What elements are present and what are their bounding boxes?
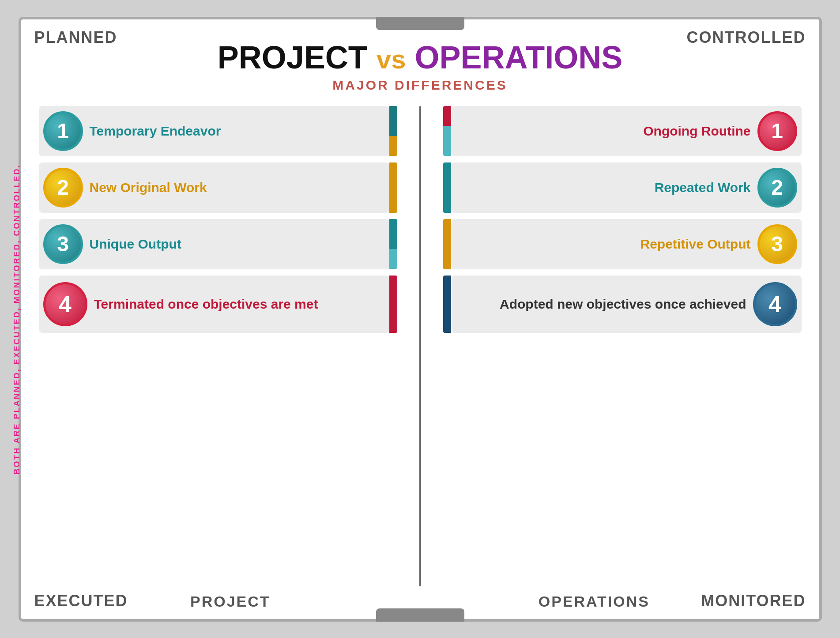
corner-monitored: MONITORED [701,592,806,610]
title-vs: vs [377,45,406,74]
main-title: PROJECT vs OPERATIONS [218,42,623,73]
project-text-1: Temporary Endeavor [90,124,383,139]
main-container: PLANNED CONTROLLED EXECUTED MONITORED BO… [19,17,822,622]
label-operations: OPERATIONS [539,593,650,610]
bottom-tab [376,608,464,622]
ops-circle-1: 1 [757,111,797,151]
corner-controlled: CONTROLLED [687,28,806,47]
corner-planned: PLANNED [34,28,117,47]
project-text-4: Terminated once objectives are met [94,297,383,312]
top-tab [376,17,464,30]
label-project: PROJECT [190,593,271,610]
ops-row-2: Repeated Work 2 [451,162,802,213]
side-text: BOTH ARE PLANNED, EXECUTED, MONITORED, C… [12,164,21,474]
ops-text-2: Repeated Work [458,180,751,195]
ops-text-1: Ongoing Routine [458,124,751,139]
bottom-labels: PROJECT OPERATIONS [39,593,802,610]
ops-text-3: Repetitive Output [458,237,751,252]
project-row-2: 2 New Original Work [39,162,389,213]
ops-circle-3: 3 [757,224,797,264]
project-text-2: New Original Work [90,180,383,195]
project-text-3: Unique Output [90,237,383,252]
project-row-3: 3 Unique Output [39,219,389,269]
project-row-4: 4 Terminated once objectives are met [39,276,389,333]
project-row-1: 1 Temporary Endeavor [39,106,389,156]
ops-circle-4: 4 [753,282,797,326]
project-circle-4: 4 [43,282,87,326]
title-operations: OPERATIONS [415,40,623,75]
content-area: 1 Temporary Endeavor 2 New Original Work… [39,106,802,586]
operations-side: Ongoing Routine 1 Repeated Work 2 Repeti… [425,106,802,586]
project-circle-2: 2 [43,168,83,208]
ops-text-4: Adopted new objectives once achieved [458,297,746,312]
corner-executed: EXECUTED [34,592,128,610]
center-line [419,106,421,586]
center-divider [416,106,425,586]
project-circle-3: 3 [43,224,83,264]
project-circle-1: 1 [43,111,83,151]
subtitle: MAJOR DIFFERENCES [332,78,507,93]
ops-circle-2: 2 [757,168,797,208]
ops-row-1: Ongoing Routine 1 [451,106,802,156]
project-side: 1 Temporary Endeavor 2 New Original Work… [39,106,416,586]
ops-row-4: Adopted new objectives once achieved 4 [451,276,802,333]
ops-row-3: Repetitive Output 3 [451,219,802,269]
title-project: PROJECT [218,40,368,75]
